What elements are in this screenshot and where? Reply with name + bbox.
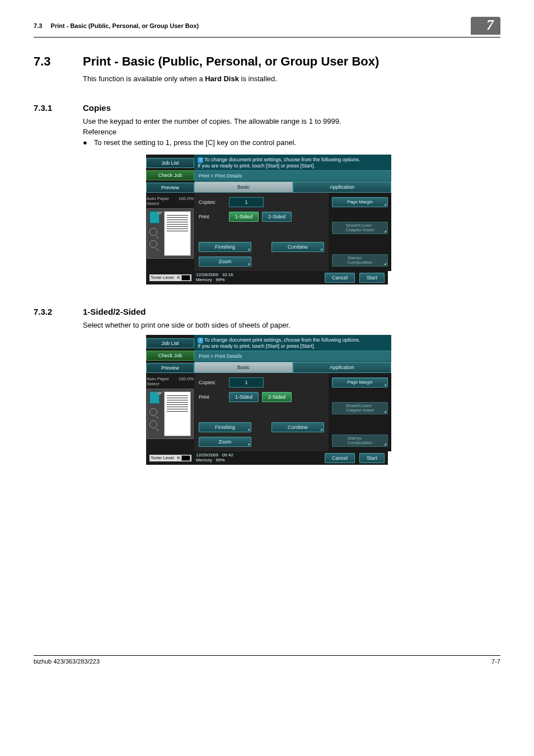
zoom-in-icon[interactable] bbox=[149, 228, 157, 236]
intro-paragraph: This function is available only when a H… bbox=[83, 74, 500, 83]
header-section-num: 7.3 bbox=[34, 22, 42, 29]
application-settings: Page Margin Sheet/Cover/ Chapter Insert … bbox=[329, 193, 391, 271]
reference-label: Reference bbox=[83, 128, 500, 136]
job-list-button[interactable]: Job List bbox=[146, 158, 194, 168]
preview-thumbnail bbox=[147, 389, 194, 439]
start-button[interactable]: Start bbox=[359, 453, 385, 463]
document-icon bbox=[149, 391, 160, 404]
tab-application[interactable]: Application bbox=[293, 181, 391, 193]
date-value: 12/29/2009 bbox=[196, 452, 218, 458]
panel2-main: ?To change document print settings, choo… bbox=[194, 335, 391, 451]
zoom-out-icon[interactable] bbox=[149, 421, 157, 428]
copies-label: Copies: bbox=[199, 199, 226, 205]
check-job-button[interactable]: Check Job bbox=[146, 351, 194, 361]
check-job-button[interactable]: Check Job bbox=[146, 170, 194, 180]
tab-application[interactable]: Application bbox=[293, 362, 391, 373]
memory-label: Memory bbox=[196, 458, 212, 463]
toner-level: Toner Level K bbox=[149, 274, 191, 281]
tab-basic[interactable]: Basic bbox=[194, 181, 293, 193]
document-icon bbox=[149, 211, 160, 223]
memory-value: 99% bbox=[216, 458, 225, 463]
heading-2-sided: 7.3.2 1-Sided/2-Sided bbox=[34, 307, 500, 316]
hint-line2: If you are ready to print, touch [Start]… bbox=[198, 163, 315, 169]
stamp-composition-button[interactable]: Stamp/ Composition bbox=[332, 435, 388, 447]
job-list-button[interactable]: Job List bbox=[146, 338, 194, 348]
cancel-button[interactable]: Cancel bbox=[325, 273, 355, 283]
start-button[interactable]: Start bbox=[359, 273, 385, 283]
zoom-button[interactable]: Zoom bbox=[199, 437, 251, 447]
heading-2-num: 7.3.2 bbox=[34, 307, 69, 316]
hint-line1: To change document print settings, choos… bbox=[204, 337, 360, 343]
datetime-block: 12/28/2009 10:16 Memory 99% bbox=[196, 273, 233, 283]
panel1-sidebar: Job List Check Job Preview Auto Paper Se… bbox=[146, 155, 194, 271]
control-panel-2-wrap: Job List Check Job Preview Auto Paper Se… bbox=[34, 335, 500, 465]
chapter-tab: 7 bbox=[471, 17, 500, 35]
header-section: 7.3 Print - Basic (Public, Personal, or … bbox=[34, 22, 199, 29]
toner-k-label: K bbox=[177, 455, 180, 460]
heading-2-title: 1-Sided/2-Sided bbox=[83, 307, 146, 316]
datetime-block: 12/29/2009 09:42 Memory 99% bbox=[196, 453, 233, 463]
preview-button[interactable]: Preview bbox=[146, 183, 194, 193]
zoom-in-icon[interactable] bbox=[149, 408, 157, 416]
header-section-title: Print - Basic (Public, Personal, or Grou… bbox=[51, 22, 199, 29]
auto-paper-percent: 100.0% bbox=[179, 376, 194, 386]
copies-paragraph: Use the keypad to enter the number of co… bbox=[83, 117, 500, 125]
twosided-button[interactable]: 2-Sided bbox=[262, 212, 292, 222]
sheet-cover-button[interactable]: Sheet/Cover/ Chapter Insert bbox=[332, 222, 388, 234]
auto-paper-text: Auto Paper Select bbox=[147, 196, 179, 206]
tabs-row: Basic Application bbox=[194, 181, 391, 193]
control-panel-1: Job List Check Job Preview Auto Paper Se… bbox=[146, 155, 388, 284]
print-label: Print bbox=[199, 394, 226, 400]
combine-button[interactable]: Combine bbox=[271, 422, 324, 432]
preview-button[interactable]: Preview bbox=[146, 363, 194, 373]
toner-label: Toner Level bbox=[151, 275, 174, 280]
panel1-main: ?To change document print settings, choo… bbox=[194, 155, 391, 271]
page-margin-button[interactable]: Page Margin bbox=[332, 197, 388, 207]
basic-settings: Copies: 1 Print 1-Sided 2-Sided Finishin… bbox=[194, 373, 329, 451]
hint-text: ?To change document print settings, choo… bbox=[194, 335, 391, 351]
help-icon[interactable]: ? bbox=[198, 338, 203, 343]
auto-paper-percent: 100.0% bbox=[179, 196, 194, 206]
panel1-footer: Toner Level K 12/28/2009 10:16 Memory 99… bbox=[146, 271, 388, 284]
combine-button[interactable]: Combine bbox=[271, 242, 324, 252]
footer-right: 7-7 bbox=[491, 658, 500, 665]
preview-thumbnail bbox=[147, 208, 194, 259]
time-value: 09:42 bbox=[222, 452, 233, 458]
tabs-row: Basic Application bbox=[194, 362, 391, 373]
toner-bar-icon bbox=[181, 275, 190, 281]
zoom-out-icon[interactable] bbox=[149, 240, 157, 248]
basic-settings: Copies: 1 Print 1-Sided 2-Sided Finishin… bbox=[194, 193, 329, 271]
help-icon[interactable]: ? bbox=[198, 157, 203, 163]
footer-left: bizhub 423/363/283/223 bbox=[34, 658, 100, 665]
copies-value[interactable]: 1 bbox=[229, 197, 264, 207]
cancel-button[interactable]: Cancel bbox=[325, 453, 355, 463]
toner-level: Toner Level K bbox=[149, 455, 191, 461]
intro-b: is installed. bbox=[239, 74, 277, 83]
bullet-dot-icon: ● bbox=[83, 138, 87, 147]
auto-paper-label: Auto Paper Select 100.0% bbox=[147, 376, 194, 386]
onesided-button[interactable]: 1-Sided bbox=[229, 212, 259, 222]
hint-line2: If you are ready to print, touch [Start]… bbox=[198, 343, 315, 349]
panel2-sidebar: Job List Check Job Preview Auto Paper Se… bbox=[146, 335, 194, 451]
page-preview-icon bbox=[164, 391, 191, 436]
onesided-button[interactable]: 1-Sided bbox=[229, 392, 259, 402]
finishing-button[interactable]: Finishing bbox=[199, 422, 251, 432]
bullet-text: To reset the setting to 1, press the [C]… bbox=[94, 138, 296, 147]
heading-2-copies: 7.3.1 Copies bbox=[34, 103, 500, 113]
page-margin-button[interactable]: Page Margin bbox=[332, 377, 388, 388]
twosided-button[interactable]: 2-Sided bbox=[262, 392, 292, 402]
panel2-footer: Toner Level K 12/29/2009 09:42 Memory 99… bbox=[146, 451, 388, 465]
finishing-button[interactable]: Finishing bbox=[199, 242, 251, 252]
time-value: 10:16 bbox=[222, 272, 233, 277]
intro-a: This function is available only when a bbox=[83, 74, 205, 83]
page-footer: bizhub 423/363/283/223 7-7 bbox=[34, 655, 500, 665]
intro-bold: Hard Disk bbox=[205, 74, 239, 83]
tab-basic[interactable]: Basic bbox=[194, 362, 293, 373]
copies-value[interactable]: 1 bbox=[229, 377, 264, 388]
control-panel-2: Job List Check Job Preview Auto Paper Se… bbox=[146, 335, 388, 465]
zoom-button[interactable]: Zoom bbox=[199, 256, 251, 267]
heading-2-title: Copies bbox=[83, 103, 111, 113]
toner-label: Toner Level bbox=[151, 455, 174, 460]
stamp-composition-button[interactable]: Stamp/ Composition bbox=[332, 254, 388, 267]
sheet-cover-button[interactable]: Sheet/Cover/ Chapter Insert bbox=[332, 402, 388, 414]
